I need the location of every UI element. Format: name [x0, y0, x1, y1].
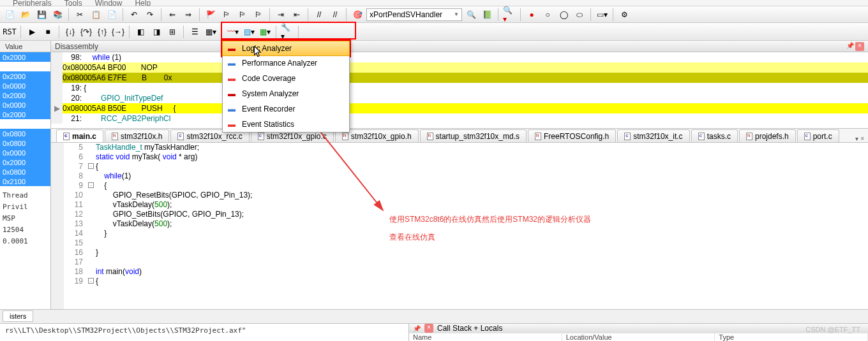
disasm-line[interactable]: 0x080005A6 E7FE B 0x [51, 73, 868, 83]
pin-icon[interactable]: 📌 [413, 325, 421, 332]
file-tab[interactable]: startup_stm32f10x_md.s [420, 129, 527, 142]
code-line[interactable]: 18int main(void) [64, 267, 868, 277]
run-icon[interactable]: ▶ [25, 25, 39, 39]
code-editor[interactable]: 5TaskHandle_t myTaskHandler;6static void… [51, 143, 868, 315]
saveall-icon[interactable]: 📚 [50, 8, 64, 22]
analysis-menu-icon[interactable]: 〰▾ [226, 25, 240, 39]
circle-icon[interactable]: ○ [541, 8, 555, 22]
view3-icon[interactable]: ⊞ [165, 25, 179, 39]
disasm-line[interactable]: 21: RCC_APB2PeriphCl IOC, ENABLE); [51, 113, 868, 124]
comment-icon[interactable]: // [312, 8, 326, 22]
fold-gutter[interactable] [87, 210, 96, 219]
registers-tab[interactable]: isters [3, 310, 33, 322]
fold-gutter[interactable]: - [87, 181, 96, 191]
search-icon[interactable]: 🔍 [464, 8, 478, 22]
undo-icon[interactable]: ↶ [127, 8, 141, 22]
register-value[interactable]: 0x2000 [0, 52, 50, 62]
code-line[interactable]: 11 vTaskDelay(500); [64, 200, 868, 210]
code-line[interactable]: 6static void myTask( void * arg) [64, 152, 868, 162]
code-line[interactable]: 12 GPIO_SetBits(GPIOC, GPIO_Pin_13); [64, 210, 868, 219]
fold-gutter[interactable]: - [87, 277, 96, 286]
code-line[interactable]: 5TaskHandle_t myTaskHandler; [64, 143, 868, 152]
register-value[interactable]: 0x2000 [0, 71, 50, 81]
code-line[interactable]: 19-{ [64, 277, 868, 286]
fold-gutter[interactable]: - [87, 162, 96, 171]
register-value[interactable]: 0x0000 [0, 148, 50, 157]
register-value[interactable]: 0x0000 [0, 100, 50, 110]
disasm-line[interactable]: 19: { [51, 83, 868, 93]
cut-icon[interactable]: ✂ [73, 8, 87, 22]
file-tab[interactable]: stm32f10x_it.c [617, 129, 689, 142]
fold-gutter[interactable] [87, 152, 96, 162]
register-value[interactable]: 0x0800 [0, 138, 50, 148]
fold-gutter[interactable] [87, 229, 96, 238]
code-line[interactable]: 17 [64, 258, 868, 267]
code-line[interactable]: 16} [64, 248, 868, 258]
prev-icon[interactable]: ⇐ [165, 8, 179, 22]
step-icon[interactable]: {↓} [63, 25, 77, 39]
circle2-icon[interactable]: ◯ [557, 8, 571, 22]
menu-item[interactable]: ▬System Analyzer [223, 86, 349, 101]
outdent-icon[interactable]: ⇤ [290, 8, 304, 22]
view1-icon[interactable]: ◧ [133, 25, 147, 39]
disasm-line[interactable]: 0x080005A4 BF00 NOP [51, 62, 868, 73]
function-combo[interactable]: xPortPendSVHandler ▼ [366, 8, 462, 21]
circle3-icon[interactable]: ⬭ [572, 8, 587, 22]
trace-icon[interactable]: ▤▾ [242, 25, 256, 39]
code-line[interactable]: 9- { [64, 181, 868, 191]
file-tab[interactable]: projdefs.h [739, 129, 796, 142]
col-type[interactable]: Type [715, 333, 868, 341]
register-value[interactable] [0, 119, 50, 129]
menu-item[interactable]: ▬Event Statistics [223, 117, 349, 132]
pin-icon[interactable]: 📌 [846, 42, 854, 51]
flag3-icon[interactable]: 🏳 [236, 8, 250, 22]
code-line[interactable]: 14 } [64, 229, 868, 238]
fold-gutter[interactable] [87, 248, 96, 258]
code-line[interactable]: 8 while(1) [64, 171, 868, 181]
register-value[interactable]: 0x0800 [0, 167, 50, 177]
disassembly-view[interactable]: 98: while (1)0x080005A4 BF00 NOP0x080005… [51, 52, 868, 129]
fold-gutter[interactable] [87, 191, 96, 200]
fold-gutter[interactable] [87, 219, 96, 229]
register-value[interactable]: 0x0000 [0, 81, 50, 91]
fold-gutter[interactable] [87, 143, 96, 152]
view2-icon[interactable]: ◨ [149, 25, 163, 39]
close-icon[interactable]: × [424, 324, 433, 333]
disasm-icon[interactable]: ☰ [188, 25, 202, 39]
memory-icon[interactable]: ▦▾ [258, 25, 272, 39]
fold-gutter[interactable] [87, 200, 96, 210]
book-icon[interactable]: 📗 [480, 8, 494, 22]
paste-icon[interactable]: 📄 [105, 8, 119, 22]
stop-icon[interactable]: ■ [41, 25, 55, 39]
code-line[interactable]: 13 vTaskDelay(500); [64, 219, 868, 229]
register-value[interactable]: 0x2000 [0, 157, 50, 167]
disasm-line[interactable]: 20: GPIO_InitTypeDef [51, 93, 868, 103]
reset-icon[interactable]: RST [3, 25, 17, 39]
indent-icon[interactable]: ⇥ [274, 8, 288, 22]
file-tab[interactable]: stm32f10x.h [105, 129, 169, 142]
code-line[interactable]: 10 GPIO_ResetBits(GPIOC, GPIO_Pin_13); [64, 191, 868, 200]
fold-gutter[interactable] [87, 258, 96, 267]
runto-icon[interactable]: {→} [111, 25, 125, 39]
tools-icon[interactable]: 🔧▾ [280, 25, 294, 39]
col-location[interactable]: Location/Value [562, 333, 715, 341]
fold-gutter[interactable] [87, 171, 96, 181]
tab-overflow[interactable]: ▾ × [855, 135, 868, 142]
uncomment-icon[interactable]: // [328, 8, 342, 22]
code-line[interactable]: 7-{ [64, 162, 868, 171]
gear-icon[interactable]: ⚙ [617, 8, 631, 22]
file-tab[interactable]: FreeRTOSConfig.h [528, 129, 616, 142]
open-icon[interactable]: 📂 [19, 8, 33, 22]
regs-icon[interactable]: ▦▾ [204, 25, 218, 39]
flag-icon[interactable]: 🚩 [204, 8, 218, 22]
flag2-icon[interactable]: 🏳 [220, 8, 234, 22]
register-value[interactable]: 0x2000 [0, 110, 50, 119]
disasm-line[interactable]: 98: while (1) [51, 52, 868, 62]
redo-icon[interactable]: ↷ [143, 8, 157, 22]
register-value[interactable]: 0x2100 [0, 177, 50, 186]
file-tab[interactable]: port.c [797, 129, 839, 142]
flag4-icon[interactable]: 🏳 [251, 8, 266, 22]
stepout-icon[interactable]: {↑} [95, 25, 109, 39]
register-value[interactable]: 0x2000 [0, 91, 50, 100]
col-name[interactable]: Name [409, 333, 562, 341]
